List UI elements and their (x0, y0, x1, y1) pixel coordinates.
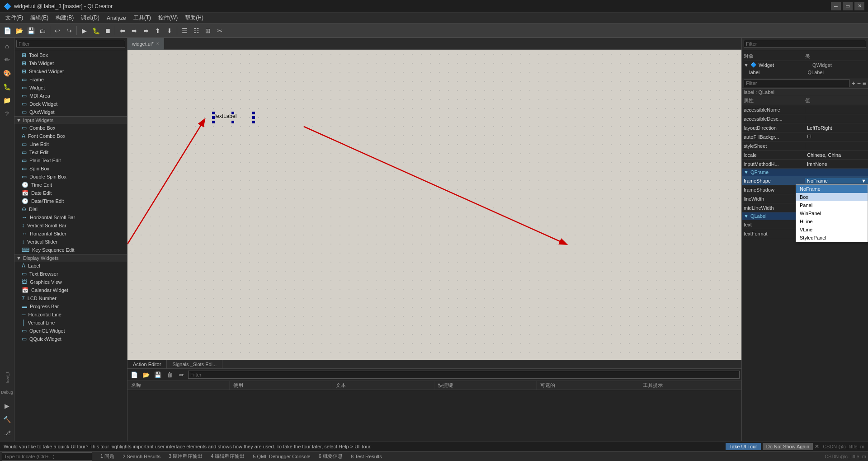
tree-row-widget[interactable]: ▼ 🔷 Widget QWidget (744, 61, 866, 69)
minimize-button[interactable]: ─ (831, 2, 841, 10)
props-search-input[interactable] (744, 79, 849, 87)
widget-item-textedit[interactable]: ▭ Text Edit (14, 148, 127, 156)
dropdown-panel[interactable]: Panel (796, 201, 868, 209)
maximize-button[interactable]: ▭ (843, 2, 853, 10)
widget-item-hscrollbar[interactable]: ↔ Horizontal Scroll Bar (14, 213, 127, 221)
toolbar-save-all[interactable]: 🗂 (37, 25, 48, 36)
sidebar-build-icon[interactable]: 🔨 (1, 413, 14, 426)
widget-item-doublespinbox[interactable]: ▭ Double Spin Box (14, 173, 127, 181)
widget-item-qquickwidget[interactable]: ▭ QQuickWidget (14, 335, 127, 343)
toolbar-break[interactable]: ✂ (214, 25, 225, 36)
menu-build[interactable]: 构建(B) (52, 13, 77, 23)
toolbar-save[interactable]: 💾 (25, 25, 36, 36)
tab-action-editor[interactable]: Action Editor (127, 360, 167, 368)
prop-category-qframe[interactable]: ▼ QFrame (742, 169, 868, 176)
widget-item-vline[interactable]: │ Vertical Line (14, 319, 127, 327)
dropdown-vline[interactable]: VLine (796, 226, 868, 234)
props-filter-input[interactable] (744, 40, 866, 48)
toolbar-align-right[interactable]: ➡ (129, 25, 140, 36)
toolbar-stop[interactable]: ⏹ (102, 25, 113, 36)
toolbar-align-bottom[interactable]: ⬇ (164, 25, 175, 36)
status-tab-test[interactable]: 8 Test Results (347, 453, 386, 460)
bottom-open-action[interactable]: 📂 (141, 370, 151, 380)
widget-item-graphicsview[interactable]: 🖼 Graphics View (14, 278, 127, 286)
toolbar-undo[interactable]: ↩ (52, 25, 63, 36)
sidebar-debug[interactable]: 🐛 (1, 80, 14, 93)
widget-item-openglwidget[interactable]: ▭ OpenGL Widget (14, 327, 127, 335)
dropdown-noframe[interactable]: NoFrame (796, 185, 868, 193)
widget-item-spinbox[interactable]: ▭ Spin Box (14, 165, 127, 173)
menu-controls[interactable]: 控件(W) (155, 13, 181, 23)
prop-row-layoutdirection[interactable]: layoutDirection LeftToRight (742, 123, 868, 132)
bottom-filter-input[interactable] (188, 371, 740, 379)
menu-file[interactable]: 文件(F) (2, 13, 27, 23)
close-button[interactable]: ✕ (854, 2, 864, 10)
widget-item-lcdnumber[interactable]: 7 LCD Number (14, 294, 127, 302)
bottom-delete-action[interactable]: 🗑 (165, 370, 175, 380)
dropdown-styledpanel[interactable]: StyledPanel (796, 234, 868, 242)
menu-edit[interactable]: 编辑(E) (27, 13, 52, 23)
widget-item-hline[interactable]: ─ Horizontal Line (14, 310, 127, 319)
tour-button[interactable]: Take UI Tour (726, 443, 761, 450)
prop-row-accessiblename[interactable]: accessibleName (742, 105, 868, 114)
widget-item-dial[interactable]: ⊙ Dial (14, 205, 127, 213)
file-tab-close[interactable]: × (156, 41, 159, 46)
toolbar-open[interactable]: 📂 (14, 25, 24, 36)
dropdown-box[interactable]: Box (796, 193, 868, 201)
toolbar-layout-h[interactable]: ☰ (179, 25, 190, 36)
dropdown-hline[interactable]: HLine (796, 217, 868, 226)
widget-item-lineedit[interactable]: ▭ Line Edit (14, 140, 127, 148)
menu-analyze[interactable]: Analyze (103, 14, 130, 22)
dismiss-tour-button[interactable]: Do Not Show Again (763, 443, 813, 450)
widget-item-vslider[interactable]: ↕ Vertical Slider (14, 238, 127, 246)
widget-item-mdiarea[interactable]: ▭ MDI Area (14, 92, 127, 100)
widget-item-hslider[interactable]: ↔ Horizontal Slider (14, 230, 127, 238)
widget-item-timeedit[interactable]: 🕐 Time Edit (14, 181, 127, 189)
category-display-widgets[interactable]: ▼ Display Widgets (14, 254, 127, 262)
bottom-save-action[interactable]: 💾 (153, 370, 163, 380)
status-tab-issues[interactable]: 1 问题 (97, 452, 118, 461)
widget-item-tabwidget[interactable]: ⊞ Tab Widget (14, 59, 127, 67)
toolbar-redo[interactable]: ↪ (64, 25, 75, 36)
widget-item-progressbar[interactable]: ▬ Progress Bar (14, 302, 127, 310)
status-tab-qml-debug[interactable]: 5 QML Debugger Console (249, 453, 314, 460)
dropdown-winpanel[interactable]: WinPanel (796, 209, 868, 217)
sidebar-help[interactable]: ? (1, 108, 14, 120)
locate-input[interactable] (2, 452, 92, 461)
tab-signals-slots[interactable]: Signals _Slots Edi... (167, 360, 222, 368)
sidebar-debug-icon[interactable]: Debug (1, 386, 14, 399)
sidebar-project[interactable]: 📁 (1, 94, 14, 107)
toolbar-debug-run[interactable]: 🐛 (90, 25, 101, 36)
frameshape-dropdown[interactable]: NoFrame Box Panel WinPanel HLine VLine S… (796, 184, 868, 242)
status-tab-overview[interactable]: 6 概要信息 (315, 452, 346, 461)
sidebar-welcome[interactable]: ⌂ (1, 40, 14, 52)
widget-item-dockwidget[interactable]: ▭ Dock Widget (14, 100, 127, 108)
toolbar-layout-grid[interactable]: ⊞ (203, 25, 213, 36)
props-remove-button[interactable]: − (857, 80, 861, 87)
widget-item-calendarwidget[interactable]: 📅 Calendar Widget (14, 286, 127, 294)
prop-row-stylesheet[interactable]: styleSheet (742, 141, 868, 151)
tree-row-label[interactable]: label QLabel (744, 69, 866, 76)
prop-val-frameshape[interactable]: NoFrame ▼ NoFrame Box Panel WinPanel HLi… (805, 178, 868, 183)
widget-item-datetimeedit[interactable]: 🕐 Date/Time Edit (14, 197, 127, 205)
widget-item-toolbox[interactable]: ⊞ Tool Box (14, 51, 127, 59)
category-input-widgets[interactable]: ▼ Input Widgets (14, 116, 127, 124)
widget-item-combobox[interactable]: ▭ Combo Box (14, 124, 127, 132)
props-add-button[interactable]: + (851, 80, 855, 87)
widget-item-vscrollbar[interactable]: ↕ Vertical Scroll Bar (14, 221, 127, 230)
widget-item-frame[interactable]: ▭ Frame (14, 75, 127, 84)
toolbar-align-top[interactable]: ⬆ (152, 25, 163, 36)
widget-filter-input[interactable] (16, 40, 125, 48)
prop-row-locale[interactable]: locale Chinese, China (742, 151, 868, 160)
toolbar-layout-v[interactable]: ☷ (191, 25, 202, 36)
status-tab-search[interactable]: 2 Search Results (119, 453, 164, 460)
bottom-new-action[interactable]: 📄 (129, 370, 139, 380)
design-canvas[interactable]: TextLabel (127, 50, 741, 360)
sidebar-design[interactable]: 🎨 (1, 67, 14, 80)
widget-item-keysequenceedit[interactable]: ⌨ Key Sequence Edit (14, 246, 127, 254)
status-tab-app-output[interactable]: 3 应用程序输出 (165, 452, 206, 461)
props-options-button[interactable]: ≡ (863, 80, 866, 87)
bottom-edit-action[interactable]: ✏ (176, 370, 186, 380)
widget-item-plaintextedit[interactable]: ▭ Plain Text Edit (14, 156, 127, 165)
widget-item-dateedit[interactable]: 📅 Date Edit (14, 189, 127, 197)
